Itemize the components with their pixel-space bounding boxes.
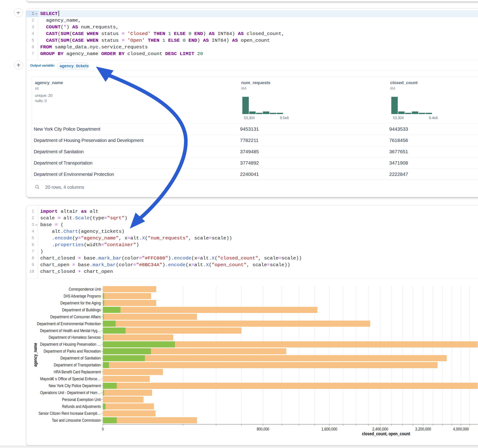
svg-text:Department of Buildings: Department of Buildings [62,307,101,312]
svg-text:800,000: 800,000 [257,427,269,431]
svg-text:agency_name: agency_name [33,343,38,367]
svg-text:Department for the Aging: Department for the Aging [60,300,101,305]
svg-text:Department of Homeless Service: Department of Homeless Services [49,335,101,340]
svg-text:Operations Unit - Department o: Operations Unit - Department of Hom… [40,390,101,395]
svg-text:DHS Advantage Programs: DHS Advantage Programs [64,294,101,299]
svg-text:HRA Benefit Card Replacement: HRA Benefit Card Replacement [54,369,101,374]
svg-text:closed_count, open_count: closed_count, open_count [362,431,410,436]
svg-text:Correspondence Unit: Correspondence Unit [69,287,101,292]
svg-text:Mayorâ€ s Office of Special En: Mayorâ€ s Office of Special Enforce… [40,376,101,381]
svg-text:Department of Consumer Affairs: Department of Consumer Affairs [50,314,101,319]
svg-text:3,200,000: 3,200,000 [415,427,431,431]
svg-text:Department of Health and Menta: Department of Health and Mental Hyg… [40,328,101,333]
svg-text:1,600,000: 1,600,000 [321,427,337,431]
svg-text:0: 0 [102,427,104,431]
svg-text:Taxi and Limousine Commission: Taxi and Limousine Commission [52,418,101,423]
svg-text:Department of Transportation: Department of Transportation [54,362,101,367]
svg-text:2,400,000: 2,400,000 [372,427,388,431]
svg-text:Refunds and Adjustments: Refunds and Adjustments [62,404,101,409]
svg-text:New York City Police Departmen: New York City Police Department [49,383,101,388]
svg-text:Department of Environmental Pr: Department of Environmental Protection [37,321,101,326]
svg-text:Department of Sanitation: Department of Sanitation [60,356,101,361]
svg-text:Senior Citizen Rent Increase E: Senior Citizen Rent Increase Exempti… [38,411,101,416]
svg-text:4,000,000: 4,000,000 [453,427,469,431]
svg-text:Department of Parks and Recrea: Department of Parks and Recreation [44,349,101,354]
svg-text:Personal Exemption Unit: Personal Exemption Unit [62,397,101,402]
svg-text:Department of Housing Preserva: Department of Housing Preservation … [40,342,101,347]
